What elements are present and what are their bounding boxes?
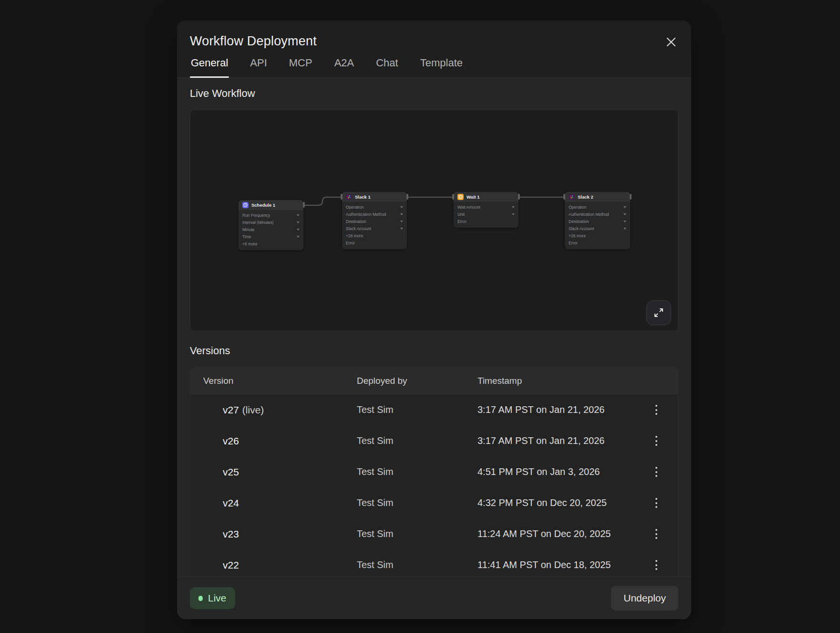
node-title: Slack 1 bbox=[355, 194, 371, 200]
version-row: v27(live) Test Sim 3:17 AM PST on Jan 21… bbox=[190, 394, 678, 425]
input-handle bbox=[452, 194, 454, 200]
tab-bar: General API MCP A2A Chat Template bbox=[190, 57, 678, 77]
node-title: Wait 1 bbox=[467, 194, 480, 200]
node-field-error: Error bbox=[569, 241, 578, 245]
workflow-preview-canvas[interactable]: Schedule 1 Run Frequency Interval (Minut… bbox=[190, 109, 678, 331]
node-slack-2[interactable]: Slack 2 Operation Authentication Method … bbox=[565, 192, 630, 249]
version-row: v24 Test Sim 4:32 PM PST on Dec 20, 2025 bbox=[190, 487, 678, 518]
live-workflow-heading: Live Workflow bbox=[190, 87, 678, 100]
node-field-more: +6 more bbox=[242, 242, 257, 246]
node-field: Wait Amount bbox=[457, 205, 480, 210]
chevron-down-icon bbox=[623, 206, 626, 208]
close-button[interactable] bbox=[664, 35, 678, 49]
node-field: Operation bbox=[346, 205, 363, 210]
row-menu-button[interactable] bbox=[648, 463, 665, 482]
node-field: Slack Account bbox=[569, 226, 594, 231]
node-field: Unit bbox=[457, 212, 465, 217]
version-row: v23 Test Sim 11:24 AM PST on Dec 20, 202… bbox=[190, 518, 678, 549]
slack-icon bbox=[569, 194, 575, 200]
column-deployed-by: Deployed by bbox=[357, 376, 477, 386]
chevron-down-icon bbox=[400, 221, 403, 222]
row-menu-button[interactable] bbox=[648, 401, 665, 420]
node-field: Authentication Method bbox=[569, 212, 609, 217]
row-menu-button[interactable] bbox=[648, 494, 665, 513]
node-field: Destination bbox=[569, 219, 589, 224]
chevron-down-icon bbox=[400, 228, 403, 230]
chevron-down-icon bbox=[400, 206, 403, 208]
workflow-deployment-dialog: Workflow Deployment General API MCP A2A … bbox=[177, 21, 691, 619]
column-timestamp: Timestamp bbox=[477, 376, 665, 386]
wait-clock-icon bbox=[457, 194, 464, 200]
row-menu-button[interactable] bbox=[648, 556, 665, 575]
node-field-more: +26 more bbox=[569, 233, 586, 238]
chevron-down-icon bbox=[512, 213, 515, 215]
output-handle bbox=[303, 202, 305, 208]
deployed-by: Test Sim bbox=[357, 528, 477, 539]
tab-chat[interactable]: Chat bbox=[375, 57, 399, 77]
schedule-clock-icon bbox=[242, 202, 249, 208]
node-field: Run Frequency bbox=[242, 213, 270, 218]
dialog-header: Workflow Deployment General API MCP A2A … bbox=[177, 21, 691, 78]
tab-template[interactable]: Template bbox=[419, 57, 464, 77]
output-handle bbox=[518, 194, 520, 200]
node-field: Minute bbox=[242, 227, 255, 232]
node-field-more: +26 more bbox=[346, 233, 363, 238]
chevron-down-icon bbox=[623, 213, 626, 215]
chevron-down-icon bbox=[512, 206, 515, 208]
kebab-menu-icon bbox=[655, 436, 657, 438]
node-field: Destination bbox=[346, 219, 366, 224]
deployed-by: Test Sim bbox=[357, 435, 477, 446]
node-field-error: Error bbox=[457, 219, 467, 224]
tab-general[interactable]: General bbox=[190, 57, 229, 77]
node-title: Slack 2 bbox=[578, 194, 593, 200]
version-label: v25 bbox=[223, 466, 239, 477]
timestamp: 11:24 AM PST on Dec 20, 2025 bbox=[477, 528, 643, 539]
version-row: v25 Test Sim 4:51 PM PST on Jan 3, 2026 bbox=[190, 456, 678, 487]
tab-api[interactable]: API bbox=[249, 57, 268, 77]
slack-icon bbox=[346, 194, 352, 200]
expand-preview-button[interactable] bbox=[646, 300, 671, 325]
version-row: v26 Test Sim 3:17 AM PST on Jan 21, 2026 bbox=[190, 425, 678, 456]
node-field-error: Error bbox=[346, 241, 355, 245]
node-schedule-1[interactable]: Schedule 1 Run Frequency Interval (Minut… bbox=[239, 200, 303, 250]
version-label: v27 bbox=[223, 404, 239, 415]
dialog-body: Live Workflow Schedule 1 Run Frequency bbox=[177, 78, 691, 577]
node-field: Authentication Method bbox=[346, 212, 386, 217]
undeploy-button[interactable]: Undeploy bbox=[611, 586, 678, 611]
version-label: v23 bbox=[223, 528, 239, 539]
timestamp: 4:51 PM PST on Jan 3, 2026 bbox=[477, 466, 643, 477]
chevron-down-icon bbox=[400, 213, 403, 215]
input-handle bbox=[341, 194, 342, 200]
version-row: v22 Test Sim 11:41 AM PST on Dec 18, 202… bbox=[190, 549, 678, 577]
live-badge-label: Live bbox=[208, 592, 227, 604]
node-field: Time bbox=[242, 234, 251, 239]
row-menu-button[interactable] bbox=[648, 525, 665, 544]
chevron-down-icon bbox=[297, 222, 300, 223]
tab-a2a[interactable]: A2A bbox=[333, 57, 355, 77]
kebab-menu-icon bbox=[655, 560, 657, 562]
chevron-down-icon bbox=[297, 214, 300, 216]
node-title: Schedule 1 bbox=[251, 202, 275, 208]
output-handle bbox=[630, 194, 632, 200]
expand-diagonal-arrows-icon bbox=[653, 307, 664, 318]
version-live-suffix: (live) bbox=[242, 404, 264, 415]
dialog-title: Workflow Deployment bbox=[190, 34, 317, 49]
node-slack-1[interactable]: Slack 1 Operation Authentication Method … bbox=[342, 192, 407, 249]
kebab-menu-icon bbox=[655, 467, 657, 469]
version-label: v22 bbox=[223, 559, 239, 570]
chevron-down-icon bbox=[297, 236, 300, 238]
close-icon bbox=[666, 37, 676, 47]
dialog-footer: Live Undeploy bbox=[177, 577, 691, 619]
node-wait-1[interactable]: Wait 1 Wait Amount Unit Error bbox=[454, 192, 519, 228]
kebab-menu-icon bbox=[655, 498, 657, 500]
tab-mcp[interactable]: MCP bbox=[288, 57, 313, 77]
row-menu-button[interactable] bbox=[648, 432, 665, 451]
versions-table-header: Version Deployed by Timestamp bbox=[190, 368, 678, 394]
timestamp: 3:17 AM PST on Jan 21, 2026 bbox=[477, 404, 643, 415]
deployed-by: Test Sim bbox=[357, 497, 477, 508]
kebab-menu-icon bbox=[655, 405, 657, 407]
version-label: v26 bbox=[223, 435, 239, 446]
chevron-down-icon bbox=[623, 221, 626, 222]
input-handle bbox=[563, 194, 565, 200]
column-version: Version bbox=[203, 376, 357, 386]
